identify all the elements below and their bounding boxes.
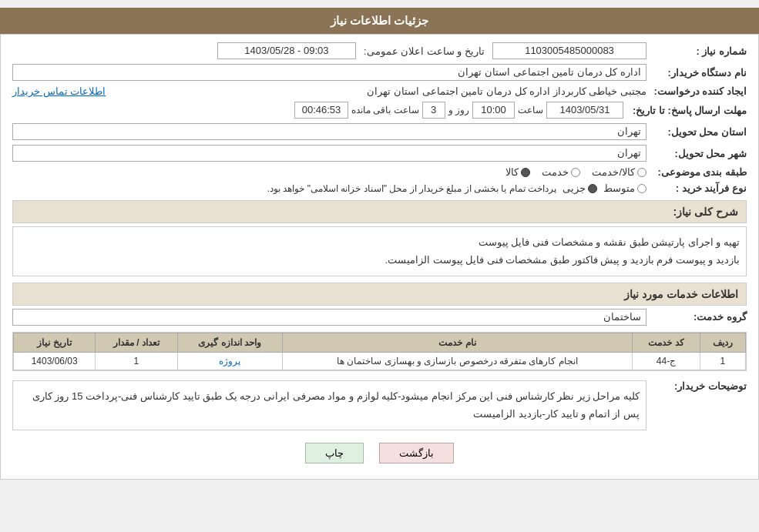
purchase-type-radio-motavasset — [637, 184, 646, 193]
city-value: تهران — [12, 145, 646, 162]
city-label: شهر محل تحویل: — [646, 148, 747, 159]
purchase-type-options: متوسط جزیی پرداخت تمام یا بخشی از مبلغ خ… — [12, 182, 646, 194]
deadline-remaining-label: ساعت باقی مانده — [351, 105, 419, 115]
deadline-time-label: ساعت — [518, 105, 543, 115]
service-group-row: گروه خدمت: ساختمان — [12, 309, 747, 326]
city-row: شهر محل تحویل: تهران — [12, 145, 747, 162]
need-description-title: شرح کلی نیاز: — [12, 200, 747, 223]
table-row: 1 ج-44 انجام کارهای متفرقه درخصوص بازساز… — [14, 352, 746, 370]
creator-row: ایجاد کننده درخواست: مجتبی خیاطی کاربردا… — [12, 85, 747, 97]
creator-value: مجتبی خیاطی کاربرداز اداره کل درمان تامی… — [112, 85, 646, 97]
table-header-row: ردیف کد خدمت نام خدمت واحد اندازه گیری ت… — [14, 333, 746, 352]
province-value: تهران — [12, 123, 646, 140]
cell-count: 1 — [96, 352, 177, 370]
deadline-days: 3 — [422, 102, 445, 119]
need-description-box: تهیه و اجرای پارتیشن طبق نقشه و مشخصات ف… — [12, 226, 747, 276]
announcement-date-label: تاریخ و ساعت اعلان عمومی: — [356, 45, 492, 57]
purchase-type-motavasset[interactable]: متوسط — [603, 182, 646, 194]
col-service-code: کد خدمت — [633, 333, 700, 352]
page-title: جزئیات اطلاعات نیاز — [331, 14, 428, 27]
col-count: تعداد / مقدار — [96, 333, 177, 352]
announcement-date-value: 1403/05/28 - 09:03 — [217, 42, 356, 59]
print-button[interactable]: چاپ — [305, 443, 364, 463]
buyer-notes-value: کلیه مراحل زیر نظر کارشناس فنی این مرکز … — [12, 380, 646, 430]
cell-unit: پروژه — [177, 352, 282, 370]
cell-service-name: انجام کارهای متفرقه درخصوص بازسازی و بهس… — [282, 352, 633, 370]
category-label: طبقه بندی موضوعی: — [646, 166, 747, 178]
category-option-kala-khedmat[interactable]: کالا/خدمت — [592, 166, 646, 178]
need-number-row: شماره نیاز : 1103005485000083 تاریخ و سا… — [12, 42, 747, 59]
service-group-value: ساختمان — [12, 309, 646, 326]
deadline-time: 10:00 — [472, 102, 515, 119]
buyer-notes-label: توضیحات خریدار: — [646, 377, 747, 392]
cell-service-code: ج-44 — [633, 352, 700, 370]
category-radio-khedmat — [571, 168, 580, 177]
col-service-name: نام خدمت — [282, 333, 633, 352]
category-radio-kala-khedmat — [637, 168, 646, 177]
purchase-type-row: نوع فرآیند خرید : متوسط جزیی پرداخت تمام… — [12, 182, 747, 194]
services-title: اطلاعات خدمات مورد نیاز — [12, 283, 747, 306]
deadline-remaining: 00:46:53 — [294, 102, 348, 119]
category-options: کالا/خدمت خدمت کالا — [12, 166, 646, 178]
deadline-row: مهلت ارسال پاسخ: تا تاریخ: 1403/05/31 سا… — [12, 102, 747, 119]
col-row-num: ردیف — [700, 333, 745, 352]
need-number-value: 1103005485000083 — [492, 42, 646, 59]
purchase-type-note: پرداخت تمام یا بخشی از مبلغ خریدار از مح… — [267, 183, 556, 194]
buyer-org-label: نام دستگاه خریدار: — [646, 67, 747, 79]
buyer-org-value: اداره کل درمان تامین اجتماعی استان تهران — [12, 64, 646, 81]
province-label: استان محل تحویل: — [646, 126, 747, 138]
need-description-line-1: تهیه و اجرای پارتیشن طبق نقشه و مشخصات ف… — [19, 233, 740, 251]
page-header: جزئیات اطلاعات نیاز — [0, 8, 759, 34]
back-button[interactable]: بازگشت — [379, 443, 454, 463]
services-table: ردیف کد خدمت نام خدمت واحد اندازه گیری ت… — [13, 333, 746, 370]
category-option-kala[interactable]: کالا — [505, 166, 530, 178]
deadline-date: 1403/05/31 — [546, 102, 623, 119]
deadline-label: مهلت ارسال پاسخ: تا تاریخ: — [623, 105, 747, 116]
need-number-label: شماره نیاز : — [646, 45, 747, 57]
creator-label: ایجاد کننده درخواست: — [646, 85, 747, 97]
purchase-type-label: نوع فرآیند خرید : — [646, 182, 747, 194]
cell-row-num: 1 — [700, 352, 745, 370]
buttons-row: بازگشت چاپ — [12, 443, 747, 471]
creator-contact-link[interactable]: اطلاعات تماس خریدار — [12, 85, 106, 97]
category-row: طبقه بندی موضوعی: کالا/خدمت خدمت کالا — [12, 166, 747, 178]
category-radio-kala — [521, 168, 530, 177]
need-description-line-2: بازدید و پیوست فرم بازدید و پیش فاکتور ط… — [19, 251, 740, 269]
col-date: تاریخ نیاز — [14, 333, 96, 352]
purchase-type-jozi[interactable]: جزیی — [563, 182, 597, 194]
col-unit: واحد اندازه گیری — [177, 333, 282, 352]
buyer-org-row: نام دستگاه خریدار: اداره کل درمان تامین … — [12, 64, 747, 81]
purchase-type-radio-jozi — [588, 184, 597, 193]
category-option-khedmat[interactable]: خدمت — [542, 166, 580, 178]
services-table-container: ردیف کد خدمت نام خدمت واحد اندازه گیری ت… — [12, 332, 747, 371]
province-row: استان محل تحویل: تهران — [12, 123, 747, 140]
buyer-notes-row: توضیحات خریدار: کلیه مراحل زیر نظر کارشن… — [12, 377, 747, 433]
service-group-label: گروه خدمت: — [646, 311, 747, 323]
deadline-days-label: روز و — [448, 105, 469, 115]
cell-date: 1403/06/03 — [14, 352, 96, 370]
